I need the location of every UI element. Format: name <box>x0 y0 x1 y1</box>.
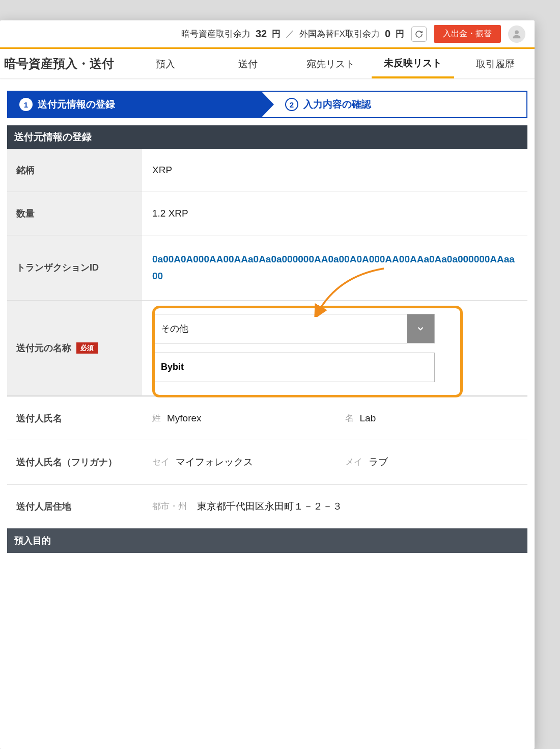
wizard-step1-label: 送付元情報の登録 <box>38 98 115 111</box>
residence-value: 東京都千代田区永田町１－２－３ <box>197 500 342 513</box>
wizard: 1 送付元情報の登録 2 入力内容の確認 <box>7 91 527 118</box>
sei-label: 姓 <box>152 412 161 424</box>
tab-send[interactable]: 送付 <box>207 49 289 77</box>
wizard-step-2: 2 入力内容の確認 <box>261 92 526 117</box>
txid-link[interactable]: 0a00A0A000AA00AAa0Aa0a000000AA0a00A0A000… <box>152 251 517 285</box>
label-residence: 送付人居住地 <box>7 485 142 528</box>
value-person-kana: セイ マイフォレックス メイ ラブ <box>142 440 527 484</box>
wizard-step-1: 1 送付元情報の登録 <box>8 92 261 117</box>
value-symbol: XRP <box>142 149 527 192</box>
tab-deposit[interactable]: 預入 <box>124 49 207 77</box>
wizard-step2-label: 入力内容の確認 <box>303 98 371 111</box>
fx-balance-value: 0 <box>385 28 390 40</box>
svg-point-0 <box>515 30 519 34</box>
row-residence: 送付人居住地 都市・州 東京都千代田区永田町１－２－３ <box>7 485 527 528</box>
page-title: 暗号資産預入・送付 <box>4 56 124 72</box>
value-person-name: 姓 Myforex 名 Lab <box>142 397 527 440</box>
value-sender-name: その他 <box>142 301 527 395</box>
tab-address-list[interactable]: 宛先リスト <box>289 49 372 77</box>
sender-name-label-text: 送付元の名称 <box>16 342 71 354</box>
required-badge: 必須 <box>76 342 98 354</box>
row-amount: 数量 1.2 XRP <box>7 192 527 235</box>
separator: ／ <box>286 28 294 40</box>
topbar: 暗号資産取引余力 32 円 ／ 外国為替FX取引余力 0 円 入出金・振替 <box>0 20 535 49</box>
value-txid: 0a00A0A000AA00AAa0Aa0a000000AA0a00A0A000… <box>142 235 527 300</box>
sei-value: Myforex <box>167 413 202 424</box>
refresh-button[interactable] <box>411 26 427 42</box>
value-residence: 都市・州 東京都千代田区永田町１－２－３ <box>142 485 527 528</box>
row-person-kana: 送付人氏名（フリガナ） セイ マイフォレックス メイ ラブ <box>7 440 527 485</box>
chevron-down-icon <box>407 314 434 343</box>
row-symbol: 銘柄 XRP <box>7 149 527 192</box>
app-window: 暗号資産取引余力 32 円 ／ 外国為替FX取引余力 0 円 入出金・振替 暗号… <box>0 20 535 749</box>
residence-sub-label: 都市・州 <box>152 500 187 512</box>
label-symbol: 銘柄 <box>7 149 142 192</box>
crypto-balance-label: 暗号資産取引余力 <box>181 28 250 40</box>
fx-balance-label: 外国為替FX取引余力 <box>299 28 380 40</box>
content: 1 送付元情報の登録 2 入力内容の確認 送付元情報の登録 銘柄 XRP 数量 … <box>0 78 535 553</box>
sender-name-input[interactable] <box>152 353 435 382</box>
label-person-kana: 送付人氏名（フリガナ） <box>7 440 142 484</box>
mei-kana-value: ラブ <box>369 456 388 469</box>
section-title: 送付元情報の登録 <box>7 125 527 149</box>
value-amount: 1.2 XRP <box>142 192 527 235</box>
sender-name-select[interactable]: その他 <box>152 314 435 343</box>
crypto-balance-value: 32 <box>256 28 267 40</box>
label-person-name: 送付人氏名 <box>7 397 142 440</box>
step-number-1: 1 <box>19 98 33 111</box>
row-sender-name: 送付元の名称 必須 その他 <box>7 301 527 396</box>
label-txid: トランザクションID <box>7 235 142 300</box>
crypto-balance-unit: 円 <box>272 28 281 40</box>
fx-balance-unit: 円 <box>396 28 404 40</box>
tab-row: 暗号資産預入・送付 預入 送付 宛先リスト 未反映リスト 取引履歴 <box>0 49 535 78</box>
sei-kana-value: マイフォレックス <box>176 456 253 469</box>
balance-info: 暗号資産取引余力 32 円 ／ 外国為替FX取引余力 0 円 <box>181 28 404 40</box>
label-amount: 数量 <box>7 192 142 235</box>
refresh-icon <box>415 30 423 38</box>
row-txid: トランザクションID 0a00A0A000AA00AAa0Aa0a000000A… <box>7 235 527 301</box>
sub-section-title: 預入目的 <box>7 528 527 553</box>
step-number-2: 2 <box>285 98 298 111</box>
user-icon <box>511 29 522 40</box>
mei-kana-label: メイ <box>345 456 362 468</box>
sei-kana-label: セイ <box>152 456 170 468</box>
mei-label: 名 <box>345 412 354 424</box>
row-person-name: 送付人氏名 姓 Myforex 名 Lab <box>7 396 527 440</box>
label-sender-name: 送付元の名称 必須 <box>7 301 142 395</box>
sender-name-select-value: その他 <box>161 323 188 335</box>
deposit-transfer-button[interactable]: 入出金・振替 <box>434 25 501 43</box>
avatar[interactable] <box>508 25 525 43</box>
mei-value: Lab <box>360 413 376 424</box>
tab-history[interactable]: 取引履歴 <box>454 49 537 77</box>
tab-pending-list[interactable]: 未反映リスト <box>372 48 454 78</box>
